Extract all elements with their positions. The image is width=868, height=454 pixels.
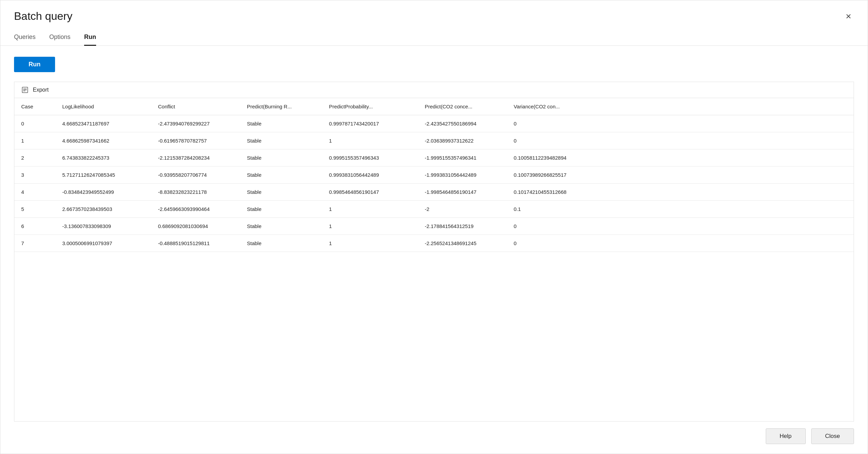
cell-predictprob: 0.9995155357496343: [322, 149, 418, 166]
cell-predict_burning: Stable: [240, 218, 322, 235]
cell-predict_co2: -1.9995155357496341: [418, 149, 507, 166]
cell-loglikelihood: 2.6673570238439503: [55, 201, 151, 218]
cell-conflict: -2.4739940769299227: [151, 115, 240, 132]
cell-predict_co2: -2.036389937312622: [418, 132, 507, 149]
cell-variance_co2: 0.10058112239482894: [507, 149, 854, 166]
cell-conflict: -2.1215387284208234: [151, 149, 240, 166]
close-icon-button[interactable]: ×: [843, 10, 854, 23]
cell-case: 6: [14, 218, 55, 235]
cell-conflict: -0.939558207706774: [151, 166, 240, 184]
cell-case: 3: [14, 166, 55, 184]
cell-loglikelihood: 6.743833822245373: [55, 149, 151, 166]
batch-query-dialog: Batch query × Queries Options Run Run Ex…: [0, 0, 868, 454]
cell-loglikelihood: -3.136007833098309: [55, 218, 151, 235]
cell-loglikelihood: 4.668625987341662: [55, 132, 151, 149]
table-row: 73.0005006991079397-0.4888519015129811St…: [14, 235, 854, 252]
table-row: 35.71271126247085345-0.939558207706774St…: [14, 166, 854, 184]
cell-variance_co2: 0.1: [507, 201, 854, 218]
col-header-case: Case: [14, 98, 55, 115]
cell-predict_co2: -2.178841564312519: [418, 218, 507, 235]
cell-predict_co2: -2.4235427550186994: [418, 115, 507, 132]
table-scroll-area[interactable]: Case LogLikelihood Conflict Predict(Burn…: [14, 98, 854, 421]
col-header-loglikelihood: LogLikelihood: [55, 98, 151, 115]
cell-case: 5: [14, 201, 55, 218]
cell-predict_burning: Stable: [240, 115, 322, 132]
export-bar: Export: [14, 82, 854, 98]
help-button[interactable]: Help: [766, 428, 806, 444]
cell-predict_burning: Stable: [240, 132, 322, 149]
cell-predictprob: 0.9985464856190147: [322, 184, 418, 201]
cell-predict_burning: Stable: [240, 184, 322, 201]
cell-conflict: -0.619657870782757: [151, 132, 240, 149]
cell-predict_co2: -1.9993831056442489: [418, 166, 507, 184]
cell-conflict: -8.838232823221178: [151, 184, 240, 201]
cell-predict_co2: -1.9985464856190147: [418, 184, 507, 201]
cell-predict_burning: Stable: [240, 235, 322, 252]
results-table-container: Export Case LogLikelihood Conflict Predi…: [14, 82, 854, 422]
cell-conflict: -0.4888519015129811: [151, 235, 240, 252]
cell-variance_co2: 0: [507, 235, 854, 252]
cell-loglikelihood: 3.0005006991079397: [55, 235, 151, 252]
col-header-variance-co2: Variance(CO2 con...: [507, 98, 854, 115]
run-button[interactable]: Run: [14, 57, 55, 72]
cell-case: 2: [14, 149, 55, 166]
col-header-predict-co2: Predict(CO2 conce...: [418, 98, 507, 115]
col-header-predict-burning: Predict(Burning R...: [240, 98, 322, 115]
col-header-predictprobability: PredictProbability...: [322, 98, 418, 115]
table-row: 04.668523471187697-2.4739940769299227Sta…: [14, 115, 854, 132]
export-label[interactable]: Export: [33, 87, 49, 93]
tab-run[interactable]: Run: [84, 34, 96, 46]
cell-predict_co2: -2: [418, 201, 507, 218]
dialog-title: Batch query: [14, 10, 73, 23]
cell-variance_co2: 0: [507, 218, 854, 235]
cell-predict_burning: Stable: [240, 166, 322, 184]
cell-variance_co2: 0.10073989266825517: [507, 166, 854, 184]
table-row: 52.6673570238439503-2.6459663093990464St…: [14, 201, 854, 218]
tab-queries[interactable]: Queries: [14, 34, 36, 46]
cell-predictprob: 0.9993831056442489: [322, 166, 418, 184]
col-header-conflict: Conflict: [151, 98, 240, 115]
cell-predict_burning: Stable: [240, 201, 322, 218]
cell-case: 4: [14, 184, 55, 201]
cell-predict_burning: Stable: [240, 149, 322, 166]
dialog-header: Batch query ×: [0, 0, 868, 23]
cell-loglikelihood: 4.668523471187697: [55, 115, 151, 132]
cell-predictprob: 0.9997871743420017: [322, 115, 418, 132]
table-row: 6-3.1360078330983090.6869092081030694Sta…: [14, 218, 854, 235]
cell-variance_co2: 0: [507, 115, 854, 132]
cell-case: 0: [14, 115, 55, 132]
cell-predict_co2: -2.2565241348691245: [418, 235, 507, 252]
cell-conflict: -2.6459663093990464: [151, 201, 240, 218]
main-content: Run Export Case: [0, 46, 868, 422]
tab-bar: Queries Options Run: [0, 25, 868, 46]
table-row: 4-0.8348423949552499-8.838232823221178St…: [14, 184, 854, 201]
cell-predictprob: 1: [322, 132, 418, 149]
cell-loglikelihood: 5.71271126247085345: [55, 166, 151, 184]
close-button[interactable]: Close: [811, 428, 854, 444]
table-row: 14.668625987341662-0.619657870782757Stab…: [14, 132, 854, 149]
cell-variance_co2: 0: [507, 132, 854, 149]
export-icon[interactable]: [21, 86, 29, 94]
cell-variance_co2: 0.10174210455312668: [507, 184, 854, 201]
table-row: 26.743833822245373-2.1215387284208234Sta…: [14, 149, 854, 166]
cell-conflict: 0.6869092081030694: [151, 218, 240, 235]
cell-predictprob: 1: [322, 201, 418, 218]
tab-options[interactable]: Options: [49, 34, 70, 46]
dialog-footer: Help Close: [0, 422, 868, 454]
cell-predictprob: 1: [322, 235, 418, 252]
results-table: Case LogLikelihood Conflict Predict(Burn…: [14, 98, 854, 252]
cell-loglikelihood: -0.8348423949552499: [55, 184, 151, 201]
cell-case: 7: [14, 235, 55, 252]
table-header-row: Case LogLikelihood Conflict Predict(Burn…: [14, 98, 854, 115]
cell-case: 1: [14, 132, 55, 149]
cell-predictprob: 1: [322, 218, 418, 235]
